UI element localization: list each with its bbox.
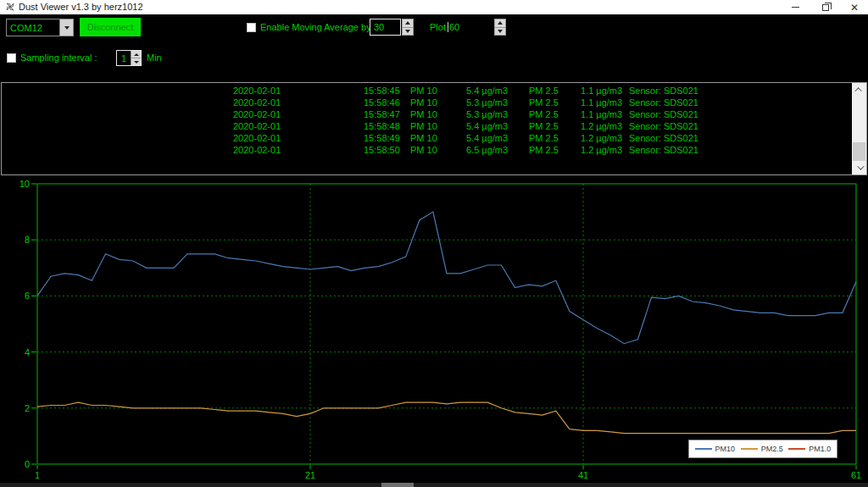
- com-port-select[interactable]: COM12: [6, 19, 74, 36]
- log-pm25-value: 1.2 µg/m3: [581, 121, 622, 131]
- client-area: COM12 Disconnect Enable Moving Average b…: [0, 14, 868, 487]
- measurement-log[interactable]: 2020-02-0115:58:45PM 105.4 µg/m3PM 2.51.…: [1, 82, 867, 175]
- log-time: 15:58:48: [364, 121, 400, 131]
- minimize-button[interactable]: [780, 0, 810, 14]
- scroll-down-icon[interactable]: [852, 161, 866, 174]
- log-vertical-scrollbar[interactable]: [852, 83, 866, 174]
- disconnect-button[interactable]: Disconnect: [80, 18, 141, 36]
- log-date: 2020-02-01: [233, 86, 281, 96]
- log-pm10-value: 5.3 µg/m3: [466, 97, 508, 108]
- chart-legend: PM10 PM2.5 PM1.0: [688, 440, 837, 458]
- log-pm10-label: PM 10: [410, 97, 437, 108]
- log-pm25-label: PM 2.5: [529, 121, 559, 131]
- log-date: 2020-02-01: [233, 97, 281, 108]
- moving-average-spinner[interactable]: [402, 19, 414, 36]
- moving-average-checkbox[interactable]: [247, 23, 256, 32]
- log-pm10-label: PM 10: [410, 121, 437, 131]
- restore-button[interactable]: [810, 0, 841, 14]
- close-button[interactable]: ✕: [841, 0, 868, 14]
- plot-label: Plot: [430, 22, 446, 32]
- sampling-interval-spinner[interactable]: [131, 51, 141, 65]
- plot-value: 60: [449, 22, 459, 32]
- log-time: 15:58:49: [364, 133, 400, 143]
- scrollbar-thumb[interactable]: [381, 483, 414, 487]
- spin-down-icon[interactable]: [403, 27, 413, 36]
- legend-label: PM10: [715, 445, 736, 453]
- chart-horizontal-scrollbar[interactable]: [0, 483, 868, 487]
- log-pm10-label: PM 10: [410, 145, 437, 155]
- legend-label: PM2.5: [761, 445, 783, 453]
- spin-up-icon[interactable]: [403, 19, 413, 27]
- minimize-icon: [792, 7, 799, 8]
- log-date: 2020-02-01: [233, 133, 281, 143]
- log-pm25-value: 1.1 µg/m3: [581, 97, 622, 108]
- log-sensor: Sensor: SDS021: [629, 133, 698, 143]
- svg-text:8: 8: [25, 235, 30, 245]
- plot-spinner[interactable]: [494, 19, 506, 36]
- pm10-line-swatch: [695, 448, 712, 450]
- svg-text:1: 1: [35, 470, 40, 480]
- log-pm25-label: PM 2.5: [529, 145, 559, 155]
- log-sensor: Sensor: SDS021: [629, 121, 698, 131]
- pm1-line-swatch: [788, 448, 805, 450]
- log-row[interactable]: 2020-02-0115:58:45PM 105.4 µg/m3PM 2.51.…: [2, 86, 866, 97]
- svg-text:61: 61: [851, 470, 861, 480]
- log-pm25-label: PM 2.5: [529, 97, 559, 108]
- log-pm25-label: PM 2.5: [529, 86, 559, 96]
- restore-icon: [822, 4, 829, 11]
- svg-text:0: 0: [25, 459, 30, 469]
- sampling-interval-input[interactable]: 1: [116, 50, 142, 66]
- log-row[interactable]: 2020-02-0115:58:48PM 105.4 µg/m3PM 2.51.…: [2, 121, 866, 132]
- log-pm10-value: 5.4 µg/m3: [466, 133, 508, 143]
- log-pm25-value: 1.2 µg/m3: [581, 133, 622, 143]
- log-pm25-value: 1.2 µg/m3: [581, 145, 622, 155]
- legend-item: PM10: [695, 445, 736, 453]
- log-time: 15:58:50: [364, 145, 400, 155]
- log-sensor: Sensor: SDS021: [629, 109, 698, 119]
- close-icon: ✕: [850, 3, 859, 13]
- log-row[interactable]: 2020-02-0115:58:47PM 105.3 µg/m3PM 2.51.…: [2, 109, 866, 120]
- title-bar[interactable]: Dust Viewer v1.3 by herz1012 ✕: [0, 0, 868, 14]
- moving-average-label: Enable Moving Average by: [260, 22, 371, 32]
- log-pm25-label: PM 2.5: [529, 133, 559, 143]
- pm25-line-swatch: [741, 448, 758, 450]
- log-sensor: Sensor: SDS021: [629, 145, 698, 155]
- log-date: 2020-02-01: [233, 145, 281, 155]
- text-caret: [448, 22, 448, 32]
- spin-down-icon[interactable]: [131, 58, 141, 65]
- log-row[interactable]: 2020-02-0115:58:50PM 106.5 µg/m3PM 2.51.…: [2, 145, 866, 156]
- log-row[interactable]: 2020-02-0115:58:46PM 105.3 µg/m3PM 2.51.…: [2, 97, 866, 108]
- scroll-up-icon[interactable]: [852, 83, 866, 97]
- spin-down-icon[interactable]: [495, 27, 505, 36]
- combo-dropdown-button[interactable]: [59, 19, 73, 36]
- moving-average-input[interactable]: 30: [370, 19, 401, 36]
- log-pm10-label: PM 10: [410, 133, 437, 143]
- log-time: 15:58:45: [364, 86, 400, 96]
- sampling-interval-value: 1: [117, 53, 131, 64]
- log-pm25-value: 1.1 µg/m3: [581, 86, 622, 96]
- plot-input[interactable]: 60: [448, 19, 488, 36]
- log-pm10-label: PM 10: [410, 86, 437, 96]
- spin-up-icon[interactable]: [131, 51, 141, 58]
- svg-text:6: 6: [25, 291, 30, 301]
- spin-up-icon[interactable]: [495, 19, 505, 27]
- log-sensor: Sensor: SDS021: [629, 86, 698, 96]
- legend-item: PM1.0: [788, 445, 831, 453]
- com-port-value: COM12: [7, 23, 59, 33]
- log-time: 15:58:46: [364, 97, 400, 108]
- scrollbar-thumb[interactable]: [853, 142, 865, 161]
- svg-text:21: 21: [305, 470, 315, 480]
- log-pm10-value: 5.4 µg/m3: [466, 121, 508, 131]
- svg-text:4: 4: [25, 347, 30, 357]
- sampling-interval-label: Sampling interval :: [20, 53, 97, 63]
- log-pm10-label: PM 10: [410, 109, 437, 119]
- log-time: 15:58:47: [364, 109, 400, 119]
- sampling-interval-checkbox[interactable]: [7, 53, 16, 63]
- log-pm10-value: 5.4 µg/m3: [466, 86, 508, 96]
- log-row[interactable]: 2020-02-0115:58:49PM 105.4 µg/m3PM 2.51.…: [2, 133, 866, 144]
- svg-text:41: 41: [578, 470, 588, 480]
- log-pm10-value: 6.5 µg/m3: [466, 145, 508, 155]
- legend-item: PM2.5: [741, 445, 783, 453]
- log-pm10-value: 5.3 µg/m3: [466, 109, 508, 119]
- log-pm25-label: PM 2.5: [529, 109, 559, 119]
